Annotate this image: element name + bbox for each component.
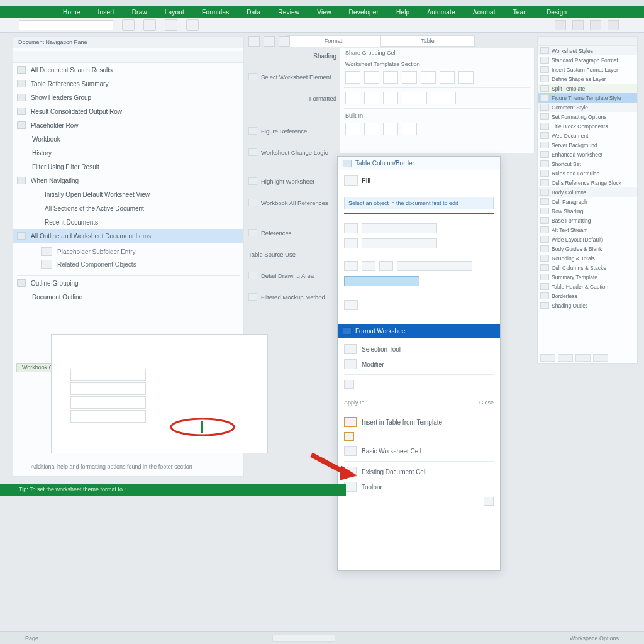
nav-subitem[interactable]: Recent Documents	[13, 215, 243, 229]
ribbon-tab[interactable]: Help	[396, 9, 409, 16]
panel-option[interactable]: Selection Tool	[338, 341, 500, 357]
style-item[interactable]: Summary Template	[538, 272, 637, 282]
property-row[interactable]: Select Worksheet Element	[248, 69, 336, 85]
property-row[interactable]: Figure Reference	[248, 123, 336, 139]
pane-tab[interactable]	[558, 354, 573, 362]
pane-tab[interactable]	[540, 354, 555, 362]
property-row[interactable]: Workbook All References	[248, 194, 336, 211]
style-item[interactable]: Wide Layout (Default)	[538, 235, 637, 244]
style-item[interactable]: Split Template	[538, 84, 637, 93]
style-item[interactable]: Cell Paragraph	[538, 197, 637, 206]
align-control[interactable]	[379, 261, 393, 271]
ribbon-tab[interactable]: Automate	[427, 9, 455, 16]
style-thumbnail[interactable]	[364, 123, 379, 135]
style-thumbnail[interactable]	[402, 92, 427, 104]
nav-subitem[interactable]: Initially Open Default Worksheet View	[13, 187, 243, 201]
pane-tab[interactable]	[593, 354, 608, 362]
style-thumbnail[interactable]	[402, 123, 417, 135]
nav-subitem[interactable]: Placeholder Subfolder Entry	[22, 245, 240, 258]
ribbon-tab[interactable]: Developer	[349, 9, 379, 16]
nav-subitem[interactable]: Related Component Objects	[22, 258, 240, 270]
nav-subitem[interactable]: History	[13, 146, 243, 160]
style-item[interactable]: Body Guides & Blank	[538, 244, 637, 253]
value-field[interactable]	[362, 223, 437, 233]
pane-tab[interactable]	[575, 354, 591, 362]
property-row[interactable]: Worksheet Change Logic	[248, 144, 336, 160]
style-item[interactable]: Enhanced Worksheet	[538, 150, 637, 159]
style-item[interactable]: Comment Style	[538, 103, 637, 112]
panel-option[interactable]: Insert in Table from Template	[338, 414, 500, 430]
more-icon[interactable]	[484, 497, 494, 506]
chart-icon[interactable]	[555, 20, 566, 30]
nav-subitem[interactable]: Filter Using Filter Result	[13, 160, 243, 174]
style-item[interactable]: Server Background	[538, 140, 637, 150]
redo-button[interactable]	[143, 19, 156, 31]
property-row[interactable]: Filtered Mockup Method	[248, 289, 336, 305]
ribbon-tab[interactable]: Layout	[165, 9, 184, 16]
ribbon-tab[interactable]: Team	[513, 9, 529, 16]
style-thumbnail[interactable]	[364, 92, 379, 104]
tab-table[interactable]: Table	[380, 35, 475, 47]
style-item[interactable]: Alt Text Stream	[538, 225, 637, 235]
option-icon[interactable]	[344, 380, 354, 389]
style-thumbnail[interactable]	[345, 71, 360, 84]
align-control[interactable]	[344, 261, 358, 271]
property-row[interactable]: Detail Drawing Area	[248, 267, 336, 284]
style-thumbnail[interactable]	[402, 71, 417, 84]
style-item[interactable]: Body Columns	[538, 187, 637, 197]
ribbon-tab[interactable]: Formulas	[202, 9, 229, 16]
indent-control[interactable]	[344, 238, 358, 248]
panel-option[interactable]: Basic Worksheet Cell	[338, 443, 500, 458]
nav-subitem[interactable]: Workbook	[13, 132, 243, 146]
fill-tab-icon[interactable]	[344, 175, 358, 186]
style-thumbnail[interactable]	[383, 71, 398, 84]
undo-button[interactable]	[122, 19, 135, 31]
property-row[interactable]: Highlight Worksheet	[248, 173, 336, 189]
nav-item[interactable]: Result Consolidated Output Row	[13, 104, 243, 118]
nav-subitem[interactable]: Document Outline	[13, 290, 243, 304]
style-item[interactable]: Cell Columns & Stacks	[538, 263, 637, 272]
ribbon-tab[interactable]: Draw	[132, 9, 147, 16]
style-thumbnail[interactable]	[421, 71, 436, 84]
style-item[interactable]: Rules and Formulas	[538, 169, 637, 178]
nav-item[interactable]: Table References Summary	[13, 77, 243, 91]
ribbon-tab[interactable]: View	[317, 9, 331, 16]
refresh-button[interactable]	[165, 19, 177, 31]
style-thumbnail[interactable]	[440, 71, 455, 84]
style-item[interactable]: Rounding & Totals	[538, 253, 637, 263]
indent-control[interactable]	[344, 223, 358, 233]
value-field[interactable]	[362, 238, 437, 248]
value-field[interactable]	[397, 261, 472, 271]
style-thumbnail[interactable]	[431, 92, 456, 104]
style-item[interactable]: Shading Outlet	[538, 301, 637, 310]
ribbon-tab[interactable]: Data	[247, 9, 260, 16]
style-thumbnail[interactable]	[383, 92, 398, 104]
style-item[interactable]: Worksheet Styles	[538, 46, 637, 55]
status-right[interactable]: Workspace Options	[570, 635, 619, 641]
format-icon[interactable]	[344, 300, 358, 310]
property-icon[interactable]	[279, 36, 290, 47]
style-thumbnail[interactable]	[364, 71, 379, 84]
ribbon-tab[interactable]: Review	[278, 9, 299, 16]
panel-option[interactable]: Toolbar	[338, 479, 500, 494]
align-control[interactable]	[362, 261, 375, 271]
settings-icon[interactable]	[572, 20, 584, 30]
property-row[interactable]: Formatted	[248, 90, 336, 106]
property-row[interactable]: References	[248, 225, 336, 241]
property-row[interactable]: Table Source Use	[248, 246, 336, 262]
style-item[interactable]: Title Block Components	[538, 121, 637, 131]
nav-item-selected[interactable]: All Outline and Worksheet Document Items	[13, 229, 243, 243]
style-item[interactable]: Cells Reference Range Block	[538, 178, 637, 187]
name-box[interactable]	[19, 20, 113, 30]
toolbar-icon[interactable]	[608, 20, 619, 30]
style-item[interactable]: Borderless	[538, 291, 637, 301]
style-item[interactable]: Standard Paragraph Format	[538, 55, 637, 65]
fill-tab-label[interactable]: Fill	[362, 177, 370, 184]
panel-titlebar[interactable]: Table Column/Border	[338, 157, 500, 170]
ribbon-tab[interactable]: Acrobat	[473, 9, 496, 16]
ribbon-tab[interactable]: Home	[63, 9, 80, 16]
style-item[interactable]: Define Shape as Layer	[538, 74, 637, 84]
style-item[interactable]: Web Document	[538, 131, 637, 140]
style-item[interactable]: Shortcut Set	[538, 159, 637, 169]
nav-item[interactable]: All Document Search Results	[13, 63, 243, 77]
